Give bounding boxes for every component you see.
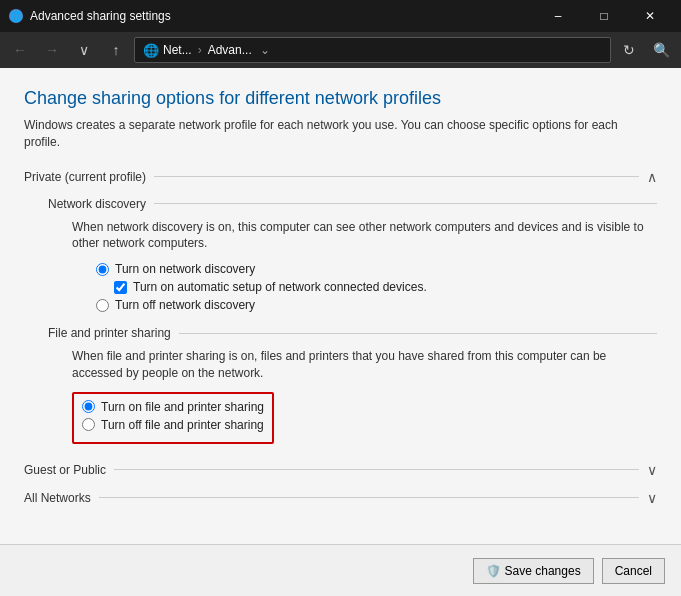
turn-off-sharing-label: Turn off file and printer sharing [101, 418, 264, 432]
network-discovery-label: Network discovery [48, 197, 146, 211]
auto-setup-option[interactable]: Turn on automatic setup of network conne… [114, 280, 657, 294]
window-title: Advanced sharing settings [30, 9, 535, 23]
main-content: Change sharing options for different net… [0, 68, 681, 544]
file-printer-subsection: File and printer sharing When file and p… [48, 326, 657, 448]
private-section-line [154, 176, 639, 177]
all-networks-section: All Networks ∨ [24, 490, 657, 506]
turn-off-sharing-option[interactable]: Turn off file and printer sharing [82, 418, 264, 432]
network-discovery-line [154, 203, 657, 204]
title-bar: 🌐 Advanced sharing settings – □ ✕ [0, 0, 681, 32]
network-discovery-options: Turn on network discovery Turn on automa… [96, 262, 657, 312]
dropdown-button[interactable]: ∨ [70, 36, 98, 64]
auto-setup-checkbox[interactable] [114, 281, 127, 294]
network-discovery-description: When network discovery is on, this compu… [72, 219, 657, 253]
address-field[interactable]: 🌐 Net... › Advan... ⌄ [134, 37, 611, 63]
turn-off-discovery-label: Turn off network discovery [115, 298, 255, 312]
address-part2: Advan... [208, 43, 252, 57]
turn-on-sharing-label: Turn on file and printer sharing [101, 400, 264, 414]
footer: 🛡️ Save changes Cancel [0, 544, 681, 596]
close-button[interactable]: ✕ [627, 0, 673, 32]
maximize-button[interactable]: □ [581, 0, 627, 32]
save-icon: 🛡️ [486, 564, 501, 578]
svg-text:🌐: 🌐 [10, 10, 23, 23]
minimize-button[interactable]: – [535, 0, 581, 32]
private-section-chevron[interactable]: ∧ [647, 169, 657, 185]
file-printer-label: File and printer sharing [48, 326, 171, 340]
page-title: Change sharing options for different net… [24, 88, 657, 109]
file-printer-options: Turn on file and printer sharing Turn of… [82, 400, 264, 432]
private-section-header: Private (current profile) ∧ [24, 169, 657, 185]
turn-on-sharing-option[interactable]: Turn on file and printer sharing [82, 400, 264, 414]
guest-section-chevron[interactable]: ∨ [647, 462, 657, 478]
turn-off-discovery-option[interactable]: Turn off network discovery [96, 298, 657, 312]
guest-section-header: Guest or Public ∨ [24, 462, 657, 478]
forward-button[interactable]: → [38, 36, 66, 64]
window-controls: – □ ✕ [535, 0, 673, 32]
all-networks-section-header: All Networks ∨ [24, 490, 657, 506]
turn-off-sharing-radio[interactable] [82, 418, 95, 431]
network-discovery-subsection: Network discovery When network discovery… [48, 197, 657, 313]
up-button[interactable]: ↑ [102, 36, 130, 64]
all-networks-section-label: All Networks [24, 491, 91, 505]
page-subtitle: Windows creates a separate network profi… [24, 117, 657, 151]
file-printer-line [179, 333, 657, 334]
auto-setup-label: Turn on automatic setup of network conne… [133, 280, 427, 294]
turn-on-discovery-option[interactable]: Turn on network discovery [96, 262, 657, 276]
all-networks-section-line [99, 497, 639, 498]
guest-section-line [114, 469, 639, 470]
network-discovery-header: Network discovery [48, 197, 657, 211]
address-bar: ← → ∨ ↑ 🌐 Net... › Advan... ⌄ ↻ 🔍 [0, 32, 681, 68]
app-icon: 🌐 [8, 8, 24, 24]
all-networks-section-chevron[interactable]: ∨ [647, 490, 657, 506]
turn-on-discovery-radio[interactable] [96, 263, 109, 276]
address-part1: Net... [163, 43, 192, 57]
private-section-label: Private (current profile) [24, 170, 146, 184]
save-changes-button[interactable]: 🛡️ Save changes [473, 558, 594, 584]
cancel-button[interactable]: Cancel [602, 558, 665, 584]
guest-section: Guest or Public ∨ [24, 462, 657, 478]
save-changes-label: Save changes [505, 564, 581, 578]
guest-section-label: Guest or Public [24, 463, 106, 477]
search-button[interactable]: 🔍 [647, 36, 675, 64]
turn-on-sharing-radio[interactable] [82, 400, 95, 413]
file-printer-description: When file and printer sharing is on, fil… [72, 348, 657, 382]
file-printer-header: File and printer sharing [48, 326, 657, 340]
address-dropdown-chevron[interactable]: ⌄ [260, 43, 270, 57]
refresh-button[interactable]: ↻ [615, 36, 643, 64]
turn-on-discovery-label: Turn on network discovery [115, 262, 255, 276]
back-button[interactable]: ← [6, 36, 34, 64]
turn-off-discovery-radio[interactable] [96, 299, 109, 312]
file-printer-options-bordered: Turn on file and printer sharing Turn of… [72, 392, 274, 444]
